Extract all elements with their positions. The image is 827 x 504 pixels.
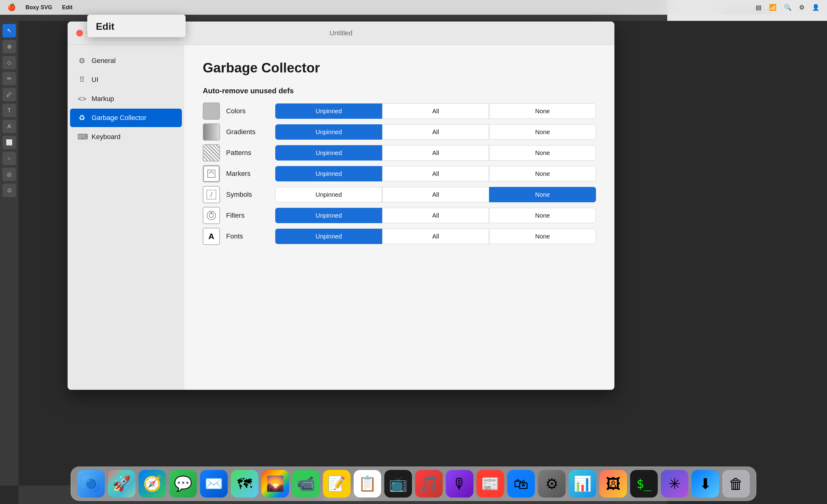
sidebar-label-general: General: [92, 57, 115, 65]
row-filters: Filters Unpinned All None: [203, 207, 596, 224]
dock-icon-messages[interactable]: 💬: [169, 470, 197, 498]
fonts-btn-group: Unpinned All None: [275, 229, 596, 244]
dock-icon-facetime[interactable]: 📹: [292, 470, 320, 498]
symbols-all-btn[interactable]: All: [382, 187, 489, 202]
dock-icon-photos[interactable]: 🌄: [261, 470, 289, 498]
close-button[interactable]: [76, 30, 83, 37]
colors-all-btn[interactable]: All: [382, 103, 489, 119]
tool-5[interactable]: 🖊: [2, 88, 16, 101]
markers-unpinned-btn[interactable]: Unpinned: [275, 166, 382, 181]
dock-icon-system-preferences[interactable]: ⚙: [538, 470, 566, 498]
tool-7[interactable]: A: [2, 120, 16, 133]
tool-3[interactable]: ◇: [2, 56, 16, 69]
row-markers: Markers Unpinned All None: [203, 165, 596, 182]
dock-icon-appstore[interactable]: 🛍: [507, 470, 535, 498]
dock-icon-preview[interactable]: 🖼: [599, 470, 627, 498]
dock-icon-terminal[interactable]: $_: [630, 470, 658, 498]
colors-none-btn[interactable]: None: [489, 103, 596, 119]
markers-label: Markers: [226, 170, 275, 178]
sidebar-item-keyboard[interactable]: ⌨ Keyboard: [70, 128, 182, 146]
dock-icon-reminders[interactable]: 📋: [354, 470, 381, 498]
dock-icon-altimeter[interactable]: 📊: [569, 470, 596, 498]
page-title: Garbage Collector: [203, 60, 596, 75]
markup-icon: <>: [78, 95, 87, 103]
colors-unpinned-btn[interactable]: Unpinned: [275, 103, 382, 119]
patterns-unpinned-btn[interactable]: Unpinned: [275, 145, 382, 161]
dock-icon-finder[interactable]: 🔵: [77, 470, 105, 498]
filters-none-btn[interactable]: None: [489, 208, 596, 223]
gradients-label: Gradients: [226, 128, 275, 136]
select-tool[interactable]: ↖: [2, 24, 16, 38]
dock-icon-trash[interactable]: 🗑: [722, 470, 750, 498]
markers-btn-group: Unpinned All None: [275, 166, 596, 181]
sidebar-label-ui: UI: [92, 76, 98, 84]
tool-11[interactable]: ⊙: [2, 183, 16, 197]
dock-icon-pixelmator[interactable]: ✳: [661, 470, 688, 498]
patterns-icon: [203, 144, 220, 161]
apple-menu[interactable]: 🍎: [7, 3, 16, 11]
patterns-label: Patterns: [226, 149, 275, 157]
fonts-none-btn[interactable]: None: [489, 229, 596, 244]
dock-icon-launchpad[interactable]: 🚀: [108, 470, 136, 498]
fonts-unpinned-btn[interactable]: Unpinned: [275, 229, 382, 244]
dock-icon-podcasts[interactable]: 🎙: [446, 470, 473, 498]
wifi-icon[interactable]: 📶: [769, 4, 777, 11]
sidebar-label-garbage-collector: Garbage Collector: [92, 114, 147, 122]
menubar: 🍎 Boxy SVG Edit ▤ 📶 🔍 ⚙ 👤: [0, 0, 827, 15]
tool-8[interactable]: ⬜: [2, 136, 16, 149]
patterns-all-btn[interactable]: All: [382, 145, 489, 161]
sidebar-item-markup[interactable]: <> Markup: [70, 90, 182, 108]
filters-btn-group: Unpinned All None: [275, 208, 596, 223]
markers-none-btn[interactable]: None: [489, 166, 596, 181]
prefs-sidebar: ⚙ General ⠿ UI <> Markup ♻ Garbage Colle…: [67, 45, 184, 390]
row-patterns: Patterns Unpinned All None: [203, 144, 596, 161]
app-menu-edit[interactable]: Edit: [62, 4, 72, 11]
sidebar-item-ui[interactable]: ⠿ UI: [70, 71, 182, 89]
gradients-all-btn[interactable]: All: [382, 124, 489, 139]
gradients-icon: [203, 123, 220, 141]
edit-menu-popup: Edit: [87, 15, 186, 37]
row-fonts: A Fonts Unpinned All None: [203, 228, 596, 245]
search-icon[interactable]: 🔍: [784, 4, 792, 11]
dock-icon-mail[interactable]: ✉️: [200, 470, 228, 498]
row-gradients: Gradients Unpinned All None: [203, 123, 596, 141]
fonts-all-btn[interactable]: All: [382, 229, 489, 244]
symbols-none-btn[interactable]: None: [489, 187, 596, 202]
dock-icon-music[interactable]: 🎵: [415, 470, 443, 498]
dock: 🔵 🚀 🧭 💬 ✉️ 🗺 🌄 📹 �: [0, 464, 827, 504]
tool-2[interactable]: ⊕: [2, 40, 16, 53]
left-toolbar: ↖ ⊕ ◇ ✏ 🖊 T A ⬜ ○ ◎ ⊙: [0, 21, 18, 486]
colors-btn-group: Unpinned All None: [275, 103, 596, 119]
tool-10[interactable]: ◎: [2, 168, 16, 181]
row-colors: Colors Unpinned All None: [203, 103, 596, 120]
filters-unpinned-btn[interactable]: Unpinned: [275, 208, 382, 223]
edit-menu-title: Edit: [87, 15, 186, 37]
gradients-none-btn[interactable]: None: [489, 124, 596, 139]
symbols-unpinned-btn[interactable]: Unpinned: [275, 187, 382, 202]
filters-all-btn[interactable]: All: [382, 208, 489, 223]
gradients-unpinned-btn[interactable]: Unpinned: [275, 124, 382, 139]
dock-icon-news[interactable]: 📰: [477, 470, 504, 498]
fonts-icon: A: [203, 228, 220, 245]
sidebar-item-general[interactable]: ⚙ General: [70, 52, 182, 70]
tool-6[interactable]: T: [2, 104, 16, 117]
preferences-window: Untitled ⚙ General ⠿ UI <> Markup ♻ Garb…: [67, 21, 615, 390]
svg-text:🔵: 🔵: [86, 479, 96, 489]
dock-icon-notes[interactable]: 📝: [323, 470, 350, 498]
app-menu-boxy[interactable]: Boxy SVG: [26, 4, 52, 11]
sidebar-item-garbage-collector[interactable]: ♻ Garbage Collector: [70, 109, 182, 127]
dock-icon-appletv[interactable]: 📺: [384, 470, 412, 498]
dock-icon-downloads[interactable]: ⬇: [691, 470, 719, 498]
svg-point-4: [210, 212, 212, 214]
tool-4[interactable]: ✏: [2, 72, 16, 85]
patterns-none-btn[interactable]: None: [489, 145, 596, 161]
dock-icon-safari[interactable]: 🧭: [139, 470, 166, 498]
display-icon[interactable]: ▤: [756, 4, 762, 11]
user-icon[interactable]: 👤: [812, 4, 820, 11]
sidebar-label-keyboard: Keyboard: [92, 133, 120, 141]
dock-icon-maps[interactable]: 🗺: [231, 470, 258, 498]
sidebar-label-markup: Markup: [92, 95, 114, 103]
controls-icon[interactable]: ⚙: [799, 4, 805, 11]
markers-all-btn[interactable]: All: [382, 166, 489, 181]
tool-9[interactable]: ○: [2, 152, 16, 165]
